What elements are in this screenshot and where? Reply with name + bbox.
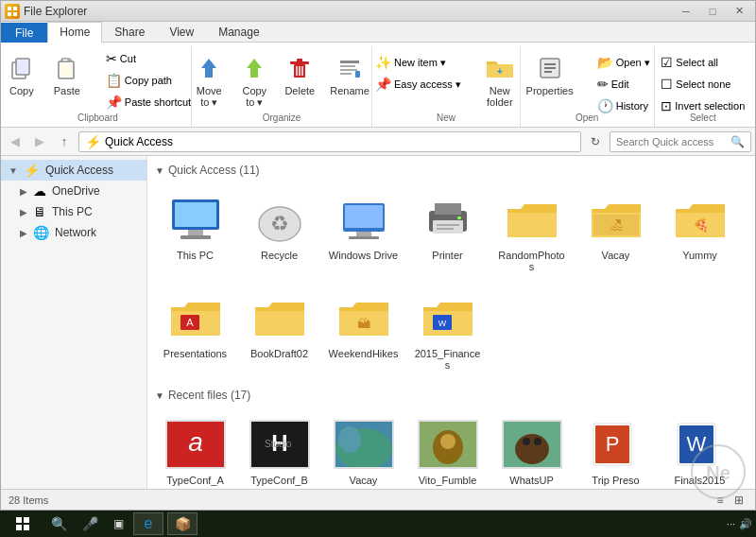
svg-rect-1 [13,7,17,10]
sidebar-item-this-pc[interactable]: ▶ 🖥 This PC [1,201,146,222]
weekendhikes-item[interactable]: 🏔 WeekendHikes [323,283,404,377]
search-input[interactable] [616,136,727,147]
tab-share[interactable]: Share [102,22,157,42]
window-title: File Explorer [24,5,87,18]
forward-button[interactable]: ▶ [29,131,50,152]
open-small-buttons: 📂 Open ▾ ✏ Edit 🕐 History [593,52,655,116]
svg-rect-76 [16,525,22,530]
svg-point-66 [523,438,530,445]
tab-view[interactable]: View [157,22,206,42]
printer-item[interactable]: Printer [407,184,488,279]
svg-marker-11 [201,59,216,78]
edit-button[interactable]: ✏ Edit [593,74,655,95]
bookdraft-label: BookDraft02 [250,348,308,359]
cut-button[interactable]: ✂ Cut [101,48,196,69]
svg-rect-36 [345,205,383,228]
titlebar: File Explorer ─ □ ✕ [1,1,755,22]
typeconf-b-item[interactable]: HStudio TypeConf_B [239,409,319,489]
copy-to-button[interactable]: Copyto ▾ [232,48,276,113]
microphone-taskbar-button[interactable]: 🎤 [77,512,104,535]
vacay-folder-icon: 🏖 [586,191,646,248]
svg-rect-41 [433,220,463,234]
paste-button[interactable]: Paste [45,48,89,101]
properties-button[interactable]: Properties [520,48,580,101]
copy-button[interactable]: Copy [0,48,43,101]
taskbar-volume[interactable]: 🔊 [739,518,752,530]
titlebar-left: File Explorer [5,4,87,19]
sidebar-item-network[interactable]: ▶ 🌐 Network [1,222,146,243]
svg-rect-42 [437,224,459,226]
this-pc-file-icon [165,191,226,248]
ribbon-tabs: File Home Share View Manage [1,22,755,43]
recycle-file-icon: ♻ [249,191,310,248]
address-path-box[interactable]: ⚡ Quick Access [78,131,581,152]
tab-manage[interactable]: Manage [206,22,271,42]
new-item-button[interactable]: ✨ New item ▾ [370,52,466,73]
close-button[interactable]: ✕ [727,4,751,19]
select-none-label: Select none [676,78,730,90]
vacay-folder-label: Vacay [602,250,630,261]
finances-item[interactable]: W 2015_Finances [407,283,488,377]
svg-text:a: a [188,427,203,457]
easy-access-button[interactable]: 📌 Easy access ▾ [370,74,466,95]
paste-shortcut-label: Paste shortcut [125,96,191,108]
select-none-button[interactable]: ☐ Select none [656,74,749,95]
select-all-button[interactable]: ☑ Select all [656,52,749,73]
vacay-folder-item[interactable]: 🏖 Vacay [576,184,656,279]
open-button[interactable]: 📂 Open ▾ [593,52,655,73]
windows-drive-label: Windows Drive [329,250,398,261]
store-taskbar-app[interactable]: 📦 [167,512,198,535]
this-pc-icon: 🖥 [33,204,46,219]
yummy-item[interactable]: 🍕 Yummy [660,184,740,279]
vito-fumble-item[interactable]: Vito_Fumble [407,409,488,489]
history-icon: 🕐 [597,98,613,113]
move-to-button[interactable]: Moveto ▾ [187,48,231,113]
new-folder-button[interactable]: + Newfolder [478,48,522,113]
minimize-button[interactable]: ─ [674,4,698,19]
search-box[interactable]: 🔍 [610,131,751,152]
trip-preso-item[interactable]: P Trip Preso [576,409,656,489]
copy-path-button[interactable]: 📋 Copy path [101,70,196,91]
back-button[interactable]: ◀ [5,131,26,152]
start-button[interactable] [4,512,42,535]
windows-drive-item[interactable]: Windows Drive [323,184,404,279]
paste-shortcut-button[interactable]: 📌 Paste shortcut [101,92,196,113]
tab-file[interactable]: File [1,23,47,43]
ie-taskbar-app[interactable]: e [133,512,163,535]
list-view-button[interactable]: ≡ [712,492,729,509]
search-taskbar-button[interactable]: 🔍 [45,512,73,535]
whatsup-item[interactable]: WhatsUP [491,409,572,489]
rename-button[interactable]: Rename [323,48,376,101]
refresh-button[interactable]: ↻ [585,131,606,152]
recycle-item[interactable]: ♻ Recycle [239,184,319,279]
history-button[interactable]: 🕐 History [593,95,655,116]
vacay-photo-item[interactable]: Vacay [323,409,404,489]
this-pc-item[interactable]: This PC [155,184,235,279]
up-button[interactable]: ↑ [54,131,75,152]
select-buttons: ☑ Select all ☐ Select none ⊡ Invert sele… [656,52,749,116]
taskbar-dots[interactable]: ··· [727,518,735,529]
delete-button[interactable]: Delete [278,48,321,101]
new-small-buttons: ✨ New item ▾ 📌 Easy access ▾ [370,52,466,95]
typeconf-a-item[interactable]: a TypeConf_A [155,409,235,489]
content-area: ▼ Quick Access (11) This PC ♻ Recycle [147,156,755,489]
app-icon [5,4,20,19]
window-controls: ─ □ ✕ [674,4,751,19]
randomphotos-item[interactable]: RandomPhotos [491,184,572,279]
easy-access-icon: 📌 [375,77,391,92]
finals2015-item[interactable]: W Finals2015 [660,409,740,489]
quick-access-grid: This PC ♻ Recycle Windows Drive [155,184,747,279]
sidebar-item-quick-access[interactable]: ▼ ⚡ Quick Access [1,160,146,181]
presentations-item[interactable]: A Presentations [155,283,235,377]
task-view-button[interactable]: ▣ [108,512,129,535]
grid-view-button[interactable]: ⊞ [730,492,747,509]
svg-rect-77 [24,525,29,530]
printer-file-icon [418,191,478,248]
sidebar-item-onedrive[interactable]: ▶ ☁ OneDrive [1,181,146,201]
tab-home[interactable]: Home [47,22,102,43]
bookdraft-item[interactable]: BookDraft02 [239,283,319,377]
ribbon: Copy Paste ✂ Cut 📋 Copy path [1,43,755,128]
select-group-label: Select [690,113,716,123]
maximize-button[interactable]: □ [700,4,725,19]
svg-point-60 [338,426,361,453]
